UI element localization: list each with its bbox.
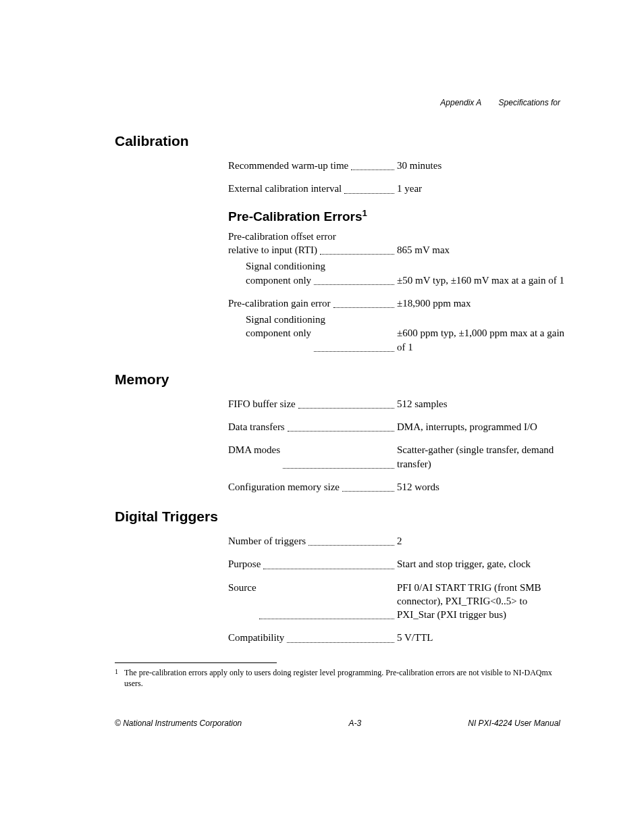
spec-value: ±18,900 ppm max	[397, 296, 566, 310]
spec-gain-sub: component only ±600 ppm typ, ±1,000 ppm …	[228, 326, 566, 354]
spec-label: DMA modes	[228, 443, 280, 457]
spec-label: Pre-calibration gain error	[228, 296, 331, 310]
spec-value: 512 words	[397, 480, 566, 494]
leader-dots	[314, 275, 394, 285]
spec-source: Source PFI 0/AI START TRIG (front SMB co…	[228, 581, 566, 622]
footer-right: NI PXI-4224 User Manual	[468, 719, 560, 728]
leader-dots	[263, 559, 394, 569]
spec-value: Start and stop trigger, gate, clock	[397, 557, 566, 571]
leader-dots	[287, 633, 394, 643]
leader-dots	[283, 459, 394, 469]
spec-value: ±600 ppm typ, ±1,000 ppm max at a gain o…	[397, 326, 566, 354]
spec-value: 2	[397, 534, 566, 548]
spec-dma: DMA modes Scatter-gather (single transfe…	[228, 443, 566, 471]
spec-label: Number of triggers	[228, 534, 306, 548]
spec-label: Purpose	[228, 557, 261, 571]
heading-memory: Memory	[115, 371, 560, 388]
footer-left: © National Instruments Corporation	[115, 719, 242, 728]
leader-dots	[351, 161, 394, 171]
spec-label: Configuration memory size	[228, 480, 340, 494]
leader-dots	[288, 422, 394, 432]
spec-value: DMA, interrupts, programmed I/O	[397, 420, 566, 434]
leader-dots	[333, 298, 394, 309]
spec-offset: relative to input (RTI) 865 mV max	[228, 243, 566, 257]
footer-center: A-3	[348, 719, 361, 728]
heading-calibration: Calibration	[115, 133, 560, 149]
spec-offset-sub1: Signal conditioning	[228, 259, 566, 273]
footnote-rule	[115, 662, 277, 663]
appendix-title: Specifications for	[499, 98, 560, 107]
running-header: Appendix A Specifications for	[115, 98, 560, 107]
heading-precal: Pre-Calibration Errors1	[228, 208, 566, 224]
spec-label: Source	[228, 581, 257, 594]
leader-dots	[314, 342, 394, 352]
spec-label: component only	[246, 326, 311, 340]
spec-label: FIFO buffer size	[228, 397, 296, 411]
appendix-label: Appendix A	[440, 98, 481, 107]
leader-dots	[298, 399, 394, 409]
spec-value: 1 year	[397, 182, 566, 195]
spec-value: ±50 mV typ, ±160 mV max at a gain of 1	[397, 273, 566, 287]
footnote-text: The pre-calibration errors apply only to…	[124, 667, 560, 690]
spec-label: Recommended warm-up time	[228, 159, 348, 172]
spec-offset-sub: component only ±50 mV typ, ±160 mV max a…	[228, 273, 566, 287]
spec-transfers: Data transfers DMA, interrupts, programm…	[228, 420, 566, 434]
leader-dots	[344, 184, 394, 194]
spec-value: PFI 0/AI START TRIG (front SMB connector…	[397, 581, 566, 622]
leader-dots	[320, 245, 394, 255]
spec-fifo: FIFO buffer size 512 samples	[228, 397, 566, 411]
footnote-number: 1	[115, 667, 124, 690]
spec-label: External calibration interval	[228, 182, 342, 195]
spec-warmup: Recommended warm-up time 30 minutes	[228, 159, 566, 172]
spec-number: Number of triggers 2	[228, 534, 566, 548]
spec-label: component only	[246, 273, 311, 287]
spec-compat: Compatibility 5 V/TTL	[228, 631, 566, 644]
spec-label: relative to input (RTI)	[228, 243, 317, 257]
heading-triggers: Digital Triggers	[115, 509, 560, 525]
spec-gain-sub1: Signal conditioning	[228, 313, 566, 326]
leader-dots	[308, 536, 394, 546]
spec-purpose: Purpose Start and stop trigger, gate, cl…	[228, 557, 566, 571]
spec-value: 865 mV max	[397, 243, 566, 257]
leader-dots	[259, 610, 394, 620]
spec-value: Scatter-gather (single transfer, demand …	[397, 443, 566, 471]
spec-label: Compatibility	[228, 631, 284, 644]
spec-label: Data transfers	[228, 420, 285, 434]
spec-value: 30 minutes	[397, 159, 566, 172]
page-footer: © National Instruments Corporation A-3 N…	[115, 719, 560, 728]
spec-config: Configuration memory size 512 words	[228, 480, 566, 494]
spec-value: 512 samples	[397, 397, 566, 411]
spec-gain: Pre-calibration gain error ±18,900 ppm m…	[228, 296, 566, 310]
spec-offset-label1: Pre-calibration offset error	[228, 230, 566, 243]
leader-dots	[342, 482, 394, 492]
spec-interval: External calibration interval 1 year	[228, 182, 566, 195]
spec-value: 5 V/TTL	[397, 631, 566, 644]
footnote: 1 The pre-calibration errors apply only …	[115, 667, 560, 690]
